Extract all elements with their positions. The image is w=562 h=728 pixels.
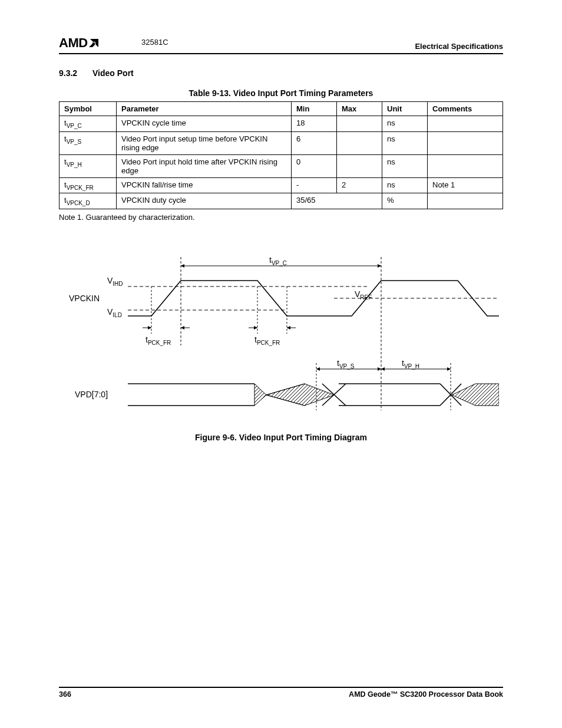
- th-comments: Comments: [428, 102, 503, 116]
- svg-text:tPCK_FR: tPCK_FR: [254, 335, 280, 346]
- th-symbol: Symbol: [59, 102, 117, 116]
- cell-parameter: Video Port input setup time before VPCKI…: [117, 131, 292, 154]
- svg-text:tPCK_FR: tPCK_FR: [146, 335, 171, 346]
- cell-unit: ns: [382, 131, 428, 154]
- table-row: tVP_CVPCKIN cycle time18ns: [59, 116, 503, 132]
- svg-text:VREF: VREF: [355, 289, 372, 301]
- page-footer: 366 AMD Geode™ SC3200 Processor Data Boo…: [59, 687, 503, 699]
- cell-symbol: tVPCK_D: [59, 193, 117, 209]
- table-row: tVP_HVideo Port input hold time after VP…: [59, 154, 503, 177]
- logo-arrow-icon: [89, 38, 101, 48]
- book-title: AMD Geode™ SC3200 Processor Data Book: [349, 690, 503, 699]
- table-row: tVP_SVideo Port input setup time before …: [59, 131, 503, 154]
- cell-symbol: tVP_H: [59, 154, 117, 177]
- logo: AMD: [59, 35, 101, 51]
- svg-text:VPCKIN: VPCKIN: [69, 294, 100, 303]
- cell-parameter: VPCKIN duty cycle: [117, 193, 292, 209]
- cell-symbol: tVPCK_FR: [59, 177, 117, 193]
- cell-min: 18: [292, 116, 337, 132]
- section-heading: 9.3.2 Video Port: [59, 68, 503, 78]
- table-row: tVPCK_FRVPCKIN fall/rise time-2nsNote 1: [59, 177, 503, 193]
- cell-parameter: Video Port input hold time after VPCKIN …: [117, 154, 292, 177]
- svg-text:VPD[7:0]: VPD[7:0]: [75, 390, 108, 399]
- timing-parameters-table: Symbol Parameter Min Max Unit Comments t…: [59, 101, 503, 209]
- timing-diagram-svg: tVP_C tPCK_FR tPCK_FR VPCKIN VIHD VILD V…: [63, 251, 499, 422]
- table-note: Note 1. Guaranteed by characterization.: [59, 213, 503, 222]
- logo-text: AMD: [59, 35, 88, 51]
- cell-unit: ns: [382, 116, 428, 132]
- cell-min: 6: [292, 131, 337, 154]
- cell-unit: ns: [382, 177, 428, 193]
- section-title: Video Port: [92, 68, 134, 78]
- svg-text:tVP_S: tVP_S: [337, 358, 355, 370]
- page-number: 366: [59, 690, 71, 699]
- cell-min: -: [292, 177, 337, 193]
- cell-parameter: VPCKIN fall/rise time: [117, 177, 292, 193]
- cell-comments: [428, 193, 503, 209]
- cell-max: 2: [337, 177, 382, 193]
- cell-min-max-merged: 35/65: [292, 193, 382, 209]
- svg-text:VIHD: VIHD: [107, 276, 123, 287]
- page-header: AMD 32581C Electrical Specifications: [59, 35, 503, 54]
- cell-symbol: tVP_C: [59, 116, 117, 132]
- th-max: Max: [337, 102, 382, 116]
- table-header-row: Symbol Parameter Min Max Unit Comments: [59, 102, 503, 116]
- cell-comments: [428, 131, 503, 154]
- cell-max: [337, 131, 382, 154]
- table-caption: Table 9-13. Video Input Port Timing Para…: [59, 88, 503, 98]
- th-parameter: Parameter: [117, 102, 292, 116]
- cell-max: [337, 116, 382, 132]
- cell-symbol: tVP_S: [59, 131, 117, 154]
- cell-comments: [428, 116, 503, 132]
- cell-min: 0: [292, 154, 337, 177]
- doc-id: 32581C: [141, 38, 168, 47]
- cell-unit: ns: [382, 154, 428, 177]
- svg-text:tVP_C: tVP_C: [269, 255, 287, 266]
- cell-comments: [428, 154, 503, 177]
- spec-title: Electrical Specifications: [415, 42, 503, 51]
- th-min: Min: [292, 102, 337, 116]
- timing-diagram-figure: tVP_C tPCK_FR tPCK_FR VPCKIN VIHD VILD V…: [59, 251, 503, 442]
- cell-parameter: VPCKIN cycle time: [117, 116, 292, 132]
- figure-caption: Figure 9-6. Video Input Port Timing Diag…: [59, 433, 503, 442]
- svg-text:tVP_H: tVP_H: [402, 358, 419, 370]
- cell-unit: %: [382, 193, 428, 209]
- cell-comments: Note 1: [428, 177, 503, 193]
- cell-max: [337, 154, 382, 177]
- svg-text:VILD: VILD: [107, 307, 122, 318]
- table-row: tVPCK_DVPCKIN duty cycle35/65%: [59, 193, 503, 209]
- section-number: 9.3.2: [59, 68, 77, 78]
- th-unit: Unit: [382, 102, 428, 116]
